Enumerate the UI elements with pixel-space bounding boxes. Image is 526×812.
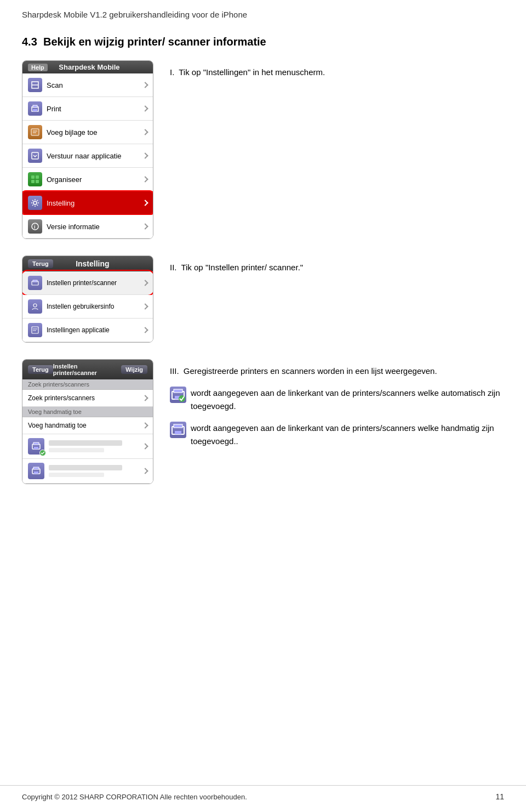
svg-rect-3 [33,105,37,107]
menu-item-send[interactable]: Verstuur naar applicatie [22,144,153,168]
menu-item-version[interactable]: i Versie informatie [22,215,153,239]
menu-item-attach[interactable]: Voeg bijlage toe [22,121,153,144]
copyright-text: Copyright © 2012 SHARP CORPORATION Alle … [22,793,247,801]
manual-icon-inline [170,422,186,438]
chevron-sub-1 [142,280,148,286]
page-footer: Copyright © 2012 SHARP CORPORATION Alle … [0,785,526,801]
auto-badge [39,450,46,456]
print-icon [28,101,42,116]
printers-list [22,434,153,484]
back-button-3[interactable]: Terug [28,365,53,374]
page-number: 11 [495,792,504,801]
chevron-handmatig [142,422,148,428]
iphone-mockup-2: Terug Instelling Instellen printer/scann… [22,255,153,343]
chevron-icon-7 [142,223,148,229]
step-3-description: Geregistreerde printers en scanners word… [184,366,437,376]
svg-rect-8 [32,152,38,159]
svg-rect-11 [31,180,35,183]
version-icon: i [28,219,42,234]
chevron-icon-4 [142,152,148,158]
printer-info-auto [49,440,141,452]
chevron-sub-2 [142,303,148,309]
svg-rect-12 [36,180,39,183]
action-zoek[interactable]: Zoek printers/scanners [22,390,153,407]
printer-item-auto[interactable] [22,434,153,459]
user-info-icon [28,299,42,314]
settings-icon [28,196,42,210]
step-3-manual-text: wordt aangegeven aan de linkerkant van d… [191,422,504,448]
iphone-mockup-1: Help Sharpdesk Mobile Scan [22,60,153,239]
svg-rect-29 [174,389,182,393]
printer-icon-manual [28,463,44,479]
settings-submenu-list: Instellen printer/scanner Instellen gebr… [22,271,153,342]
svg-rect-23 [33,442,39,445]
step-1-row: Help Sharpdesk Mobile Scan [22,60,504,239]
printer-actions-list: Zoek printers/scanners [22,390,153,407]
step-2-phone: Terug Instelling Instellen printer/scann… [22,255,153,343]
step-number-3: III. [170,366,179,376]
main-content: 4.3 Bekijk en wijzig printer/ scanner in… [0,25,526,533]
chevron-icon-5 [142,176,148,182]
menu-settings-label: Instelling [47,199,141,207]
svg-rect-5 [31,129,39,135]
help-button[interactable]: Help [28,64,48,71]
send-icon [28,149,42,163]
printer-sub-auto [49,448,104,452]
printer-sub-manual [49,473,104,477]
printer-icon-auto [28,438,44,455]
page-title: Sharpdesk Mobile V1.2 gebruikershandleid… [22,10,247,19]
action-handmatig-label: Voeg handmatig toe [28,422,141,429]
step-number-2: II. [170,263,177,272]
svg-point-18 [33,304,37,307]
submenu-user-info[interactable]: Instellen gebruikersinfo [22,295,153,319]
svg-rect-33 [174,424,182,428]
settings-header: Terug Instelling [22,256,153,271]
printer-item-manual[interactable] [22,459,153,484]
menu-attach-label: Voeg bijlage toe [47,128,141,137]
attach-icon [28,125,42,139]
settings-screen-title: Instelling [58,259,128,268]
chevron-icon [142,82,148,88]
printer-list-title: Instellen printer/scanner [53,363,122,376]
step-1-text: I. Tik op "Instellingen" in het menusche… [170,60,504,84]
submenu-printer-label: Instellen printer/scanner [47,279,141,287]
svg-rect-27 [34,472,38,474]
svg-rect-19 [32,327,38,333]
step-3-text: III. Geregistreerde printers en scanners… [170,359,504,453]
section-zoek: Zoek printers/scanners [22,379,153,390]
ios-menu-list: Scan Print [22,73,153,239]
svg-point-13 [33,201,37,205]
app-title-1: Sharpdesk Mobile [48,63,131,71]
printer-name-auto [49,440,122,446]
scan-icon [28,78,42,92]
step-2-row: Terug Instelling Instellen printer/scann… [22,255,504,343]
menu-send-label: Verstuur naar applicatie [47,152,141,160]
submenu-printer-scanner[interactable]: Instellen printer/scanner [22,271,153,295]
chevron-sub-3 [142,327,148,333]
step-1-phone: Help Sharpdesk Mobile Scan [22,60,153,239]
svg-text:i: i [34,224,36,230]
menu-item-organize[interactable]: Organiseer [22,168,153,191]
printer-list-header: Terug Instellen printer/scanner Wijzig [22,360,153,379]
chevron-icon-2 [142,105,148,111]
organize-icon [28,172,42,186]
submenu-app-settings[interactable]: Instellingen applicatie [22,319,153,342]
handmatig-list: Voeg handmatig toe [22,417,153,434]
menu-item-print[interactable]: Print [22,97,153,121]
section-title: 4.3 Bekijk en wijzig printer/ scanner in… [22,36,504,48]
printer-info-manual [49,465,141,477]
svg-rect-34 [175,431,181,434]
svg-rect-26 [33,467,39,469]
back-button[interactable]: Terug [28,259,53,268]
step-1-description: Tik op "Instellingen" in het menuscherm. [179,67,325,77]
action-handmatig[interactable]: Voeg handmatig toe [22,417,153,434]
step-2-description: Tik op "Instellen printer/ scanner." [181,263,303,272]
wijzig-button[interactable]: Wijzig [121,365,147,374]
menu-item-scan[interactable]: Scan [22,73,153,97]
submenu-app-label: Instellingen applicatie [47,326,141,334]
svg-rect-17 [33,280,37,282]
menu-item-settings[interactable]: Instelling [22,191,153,215]
step-2-text: II. Tik op "Instellen printer/ scanner." [170,255,504,280]
chevron-zoek [142,395,148,401]
section-handmatig: Voeg handmatig toe [22,407,153,417]
